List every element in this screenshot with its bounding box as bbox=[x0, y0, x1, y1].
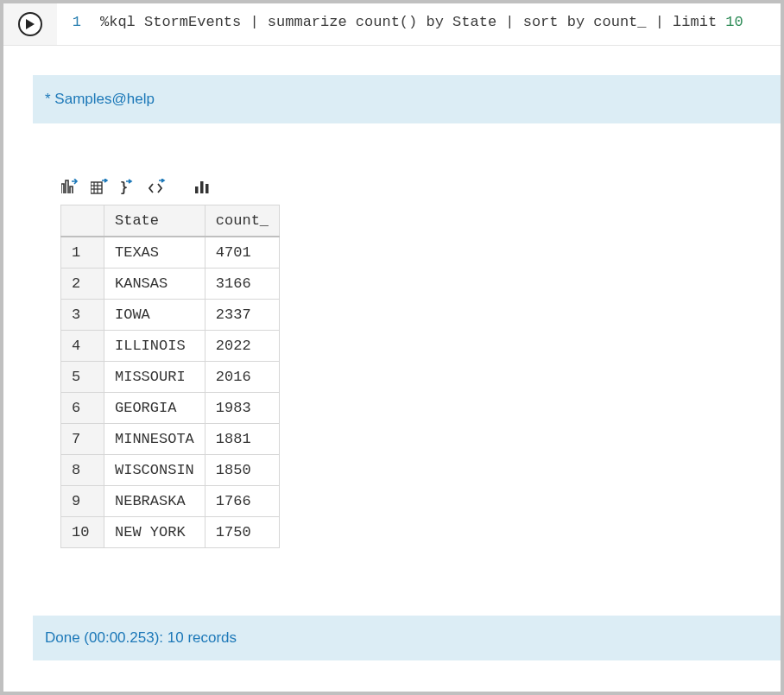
output-area: * Samples@help } State bbox=[3, 75, 781, 660]
cell-index: 10 bbox=[61, 517, 104, 548]
cell-state: NEW YORK bbox=[104, 517, 205, 548]
cell-index: 5 bbox=[61, 362, 104, 393]
cell-index: 6 bbox=[61, 393, 104, 424]
table-row[interactable]: 9NEBRASKA1766 bbox=[61, 486, 280, 517]
code-editor[interactable]: 1 %kql StormEvents | summarize count() b… bbox=[57, 3, 781, 45]
cell-count: 1766 bbox=[205, 486, 279, 517]
cell-index: 7 bbox=[61, 424, 104, 455]
connection-info: * Samples@help bbox=[33, 75, 781, 123]
bar-chart-icon[interactable] bbox=[193, 177, 212, 196]
cell-state: MISSOURI bbox=[104, 362, 205, 393]
cell-state: KANSAS bbox=[104, 269, 205, 300]
cell-count: 4701 bbox=[205, 237, 279, 269]
cell-state: ILLINOIS bbox=[104, 331, 205, 362]
table-row[interactable]: 5MISSOURI2016 bbox=[61, 362, 280, 393]
svg-rect-7 bbox=[195, 186, 199, 193]
code-query: StormEvents | summarize count() by State… bbox=[136, 14, 726, 30]
table-row[interactable]: 7MINNESOTA1881 bbox=[61, 424, 280, 455]
svg-rect-9 bbox=[205, 184, 209, 193]
cell-index: 4 bbox=[61, 331, 104, 362]
notebook-container: 1 %kql StormEvents | summarize count() b… bbox=[3, 3, 781, 692]
export-json-icon[interactable]: } bbox=[119, 177, 138, 196]
cell-count: 2016 bbox=[205, 362, 279, 393]
cell-state: MINNESOTA bbox=[104, 424, 205, 455]
table-row[interactable]: 10NEW YORK1750 bbox=[61, 517, 280, 548]
run-gutter bbox=[3, 3, 57, 45]
cell-count: 1750 bbox=[205, 517, 279, 548]
cell-index: 8 bbox=[61, 455, 104, 486]
table-row[interactable]: 3IOWA2337 bbox=[61, 300, 280, 331]
cell-state: IOWA bbox=[104, 300, 205, 331]
table-row[interactable]: 4ILLINOIS2022 bbox=[61, 331, 280, 362]
code-limit: 10 bbox=[725, 14, 743, 30]
cell-state: GEORGIA bbox=[104, 393, 205, 424]
cell-state: TEXAS bbox=[104, 237, 205, 269]
code-cell: 1 %kql StormEvents | summarize count() b… bbox=[3, 3, 781, 46]
cell-state: NEBRASKA bbox=[104, 486, 205, 517]
line-number: 1 bbox=[57, 14, 100, 35]
cell-index: 2 bbox=[61, 269, 104, 300]
code-text: %kql StormEvents | summarize count() by … bbox=[100, 14, 743, 35]
header-state[interactable]: State bbox=[104, 205, 205, 237]
header-index[interactable] bbox=[61, 205, 104, 237]
svg-rect-8 bbox=[200, 181, 204, 193]
header-count[interactable]: count_ bbox=[205, 205, 279, 237]
svg-marker-0 bbox=[26, 19, 35, 29]
cell-index: 1 bbox=[61, 237, 104, 269]
play-icon bbox=[26, 19, 35, 29]
cell-count: 1983 bbox=[205, 393, 279, 424]
code-magic: %kql bbox=[100, 14, 136, 30]
cell-index: 3 bbox=[61, 300, 104, 331]
cell-count: 3166 bbox=[205, 269, 279, 300]
status-bar: Done (00:00.253): 10 records bbox=[33, 616, 781, 660]
svg-rect-1 bbox=[91, 182, 102, 193]
export-chart-icon[interactable] bbox=[60, 177, 79, 196]
table-row[interactable]: 1TEXAS4701 bbox=[61, 237, 280, 269]
export-grid-icon[interactable] bbox=[90, 177, 109, 196]
table-row[interactable]: 2KANSAS3166 bbox=[61, 269, 280, 300]
export-code-icon[interactable] bbox=[149, 177, 168, 196]
results-toolbar: } bbox=[33, 177, 781, 196]
cell-index: 9 bbox=[61, 486, 104, 517]
cell-count: 1850 bbox=[205, 455, 279, 486]
cell-count: 1881 bbox=[205, 424, 279, 455]
table-row[interactable]: 6GEORGIA1983 bbox=[61, 393, 280, 424]
cell-count: 2337 bbox=[205, 300, 279, 331]
cell-state: WISCONSIN bbox=[104, 455, 205, 486]
table-header-row: State count_ bbox=[61, 205, 280, 237]
cell-count: 2022 bbox=[205, 331, 279, 362]
run-button[interactable] bbox=[18, 12, 42, 36]
table-row[interactable]: 8WISCONSIN1850 bbox=[61, 455, 280, 486]
results-table: State count_ 1TEXAS47012KANSAS31663IOWA2… bbox=[60, 205, 280, 548]
